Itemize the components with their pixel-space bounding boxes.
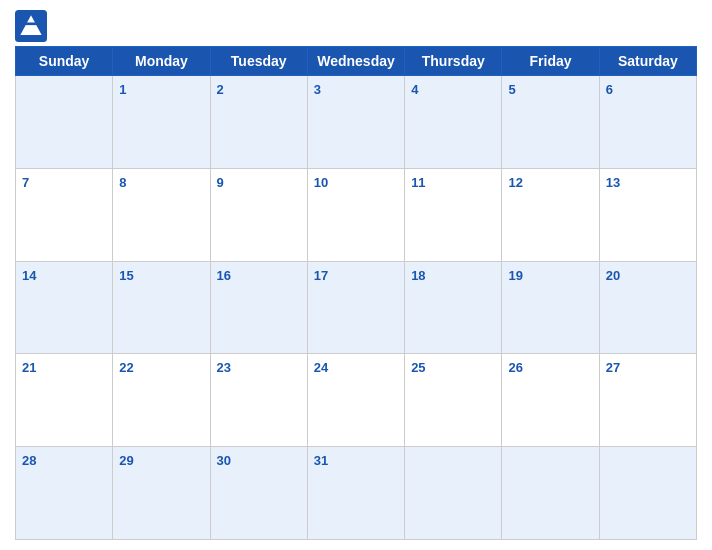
calendar-cell: 28 <box>16 447 113 540</box>
calendar-cell: 7 <box>16 168 113 261</box>
calendar-cell: 20 <box>599 261 696 354</box>
calendar-cell: 19 <box>502 261 599 354</box>
calendar-cell: 31 <box>307 447 404 540</box>
calendar-cell: 1 <box>113 76 210 169</box>
date-number: 27 <box>606 360 620 375</box>
calendar-cell: 25 <box>405 354 502 447</box>
calendar-cell <box>502 447 599 540</box>
calendar-week-row: 78910111213 <box>16 168 697 261</box>
date-number: 9 <box>217 175 224 190</box>
date-number: 13 <box>606 175 620 190</box>
calendar-cell: 5 <box>502 76 599 169</box>
date-number: 11 <box>411 175 425 190</box>
weekday-header-row: SundayMondayTuesdayWednesdayThursdayFrid… <box>16 47 697 76</box>
date-number: 31 <box>314 453 328 468</box>
calendar-cell: 3 <box>307 76 404 169</box>
date-number: 6 <box>606 82 613 97</box>
calendar-cell: 24 <box>307 354 404 447</box>
date-number: 30 <box>217 453 231 468</box>
calendar-cell: 13 <box>599 168 696 261</box>
calendar-cell: 29 <box>113 447 210 540</box>
date-number: 8 <box>119 175 126 190</box>
svg-rect-2 <box>24 22 38 25</box>
date-number: 22 <box>119 360 133 375</box>
calendar-cell: 2 <box>210 76 307 169</box>
weekday-header-monday: Monday <box>113 47 210 76</box>
date-number: 16 <box>217 268 231 283</box>
calendar-cell: 16 <box>210 261 307 354</box>
calendar-week-row: 123456 <box>16 76 697 169</box>
weekday-header-wednesday: Wednesday <box>307 47 404 76</box>
date-number: 23 <box>217 360 231 375</box>
calendar-cell: 10 <box>307 168 404 261</box>
calendar-cell: 18 <box>405 261 502 354</box>
weekday-header-tuesday: Tuesday <box>210 47 307 76</box>
date-number: 20 <box>606 268 620 283</box>
logo-area <box>15 10 51 42</box>
date-number: 14 <box>22 268 36 283</box>
date-number: 26 <box>508 360 522 375</box>
date-number: 7 <box>22 175 29 190</box>
date-number: 10 <box>314 175 328 190</box>
calendar-cell: 15 <box>113 261 210 354</box>
calendar-cell: 11 <box>405 168 502 261</box>
date-number: 3 <box>314 82 321 97</box>
date-number: 18 <box>411 268 425 283</box>
date-number: 2 <box>217 82 224 97</box>
calendar-week-row: 14151617181920 <box>16 261 697 354</box>
date-number: 1 <box>119 82 126 97</box>
date-number: 5 <box>508 82 515 97</box>
calendar-week-row: 28293031 <box>16 447 697 540</box>
weekday-header-thursday: Thursday <box>405 47 502 76</box>
date-number: 25 <box>411 360 425 375</box>
calendar-cell: 26 <box>502 354 599 447</box>
date-number: 4 <box>411 82 418 97</box>
date-number: 19 <box>508 268 522 283</box>
calendar-cell: 30 <box>210 447 307 540</box>
calendar-cell <box>16 76 113 169</box>
weekday-header-saturday: Saturday <box>599 47 696 76</box>
calendar-cell: 8 <box>113 168 210 261</box>
calendar-cell: 4 <box>405 76 502 169</box>
date-number: 21 <box>22 360 36 375</box>
calendar-cell: 27 <box>599 354 696 447</box>
date-number: 17 <box>314 268 328 283</box>
calendar-table: SundayMondayTuesdayWednesdayThursdayFrid… <box>15 46 697 540</box>
date-number: 29 <box>119 453 133 468</box>
calendar-cell: 22 <box>113 354 210 447</box>
date-number: 24 <box>314 360 328 375</box>
weekday-header-friday: Friday <box>502 47 599 76</box>
calendar-cell: 12 <box>502 168 599 261</box>
calendar-cell: 14 <box>16 261 113 354</box>
calendar-cell: 21 <box>16 354 113 447</box>
generalblue-logo-icon <box>15 10 47 42</box>
calendar-cell <box>599 447 696 540</box>
calendar-cell: 9 <box>210 168 307 261</box>
calendar-week-row: 21222324252627 <box>16 354 697 447</box>
calendar-cell <box>405 447 502 540</box>
calendar-header <box>15 10 697 42</box>
calendar-cell: 17 <box>307 261 404 354</box>
calendar-cell: 23 <box>210 354 307 447</box>
date-number: 28 <box>22 453 36 468</box>
date-number: 15 <box>119 268 133 283</box>
weekday-header-sunday: Sunday <box>16 47 113 76</box>
date-number: 12 <box>508 175 522 190</box>
calendar-cell: 6 <box>599 76 696 169</box>
